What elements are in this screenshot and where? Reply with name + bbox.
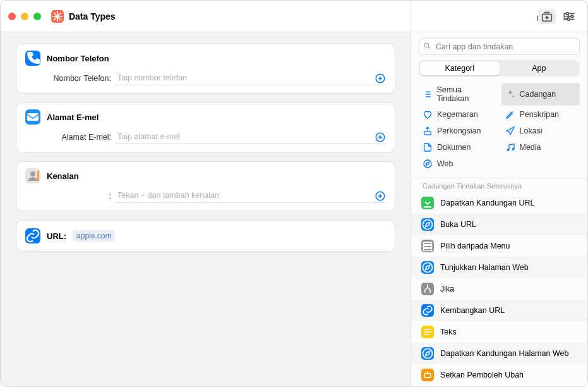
svg-point-11	[424, 43, 429, 47]
category-label: Kegemaran	[437, 110, 478, 119]
category-label: Web	[437, 159, 453, 168]
category-label: Media	[520, 143, 541, 152]
svg-point-15	[424, 160, 431, 168]
url-token[interactable]: apple.com	[73, 230, 115, 242]
heart-icon	[423, 109, 433, 120]
contacts-icon	[25, 168, 40, 183]
svg-point-4	[567, 18, 570, 21]
action-tunjukkan-halaman-web[interactable]: Tunjukkan Halaman Web	[411, 257, 587, 278]
safari-icon	[421, 347, 434, 360]
phone-input[interactable]	[115, 71, 386, 85]
contact-card-title: Kenalan	[47, 171, 79, 181]
action-dapatkan-kandungan-url[interactable]: Dapatkan Kandungan URL	[411, 192, 587, 214]
phone-field-label: Nombor Telefon:	[29, 74, 111, 83]
email-action-card[interactable]: Alamat E-mel Alamat E-mel:	[16, 102, 395, 152]
main-area: Nombor Telefon Nombor Telefon: Alamat E-…	[1, 32, 587, 387]
menu-icon	[421, 240, 434, 252]
action-label: Kembangkan URL	[440, 306, 505, 315]
action-buka-url[interactable]: Buka URL	[411, 214, 587, 235]
music-icon	[505, 142, 515, 152]
email-field-label: Alamat E-mel:	[29, 133, 111, 142]
download-icon	[421, 197, 434, 209]
phone-action-card[interactable]: Nombor Telefon Nombor Telefon:	[16, 44, 395, 94]
url-field-label: URL:	[47, 231, 66, 241]
doc-icon	[423, 142, 433, 152]
phone-icon	[25, 51, 40, 66]
svg-point-22	[423, 349, 433, 359]
arrow-icon	[505, 126, 515, 136]
svg-point-17	[423, 220, 433, 230]
library-button[interactable]	[538, 9, 556, 24]
contact-field-label: :	[29, 192, 111, 200]
settings-button[interactable]	[561, 9, 579, 24]
svg-rect-16	[424, 206, 431, 208]
category-dokumen[interactable]: Dokumen	[419, 140, 498, 155]
var-icon	[421, 369, 434, 381]
url-action-card[interactable]: URL: apple.com	[16, 220, 395, 252]
category-penskripan[interactable]: Penskripan	[501, 107, 580, 122]
zoom-window-button[interactable]	[33, 13, 41, 20]
contact-input[interactable]	[115, 188, 386, 203]
category-label: Dokumen	[437, 143, 471, 152]
pencil-icon	[505, 109, 515, 120]
action-setkan-pemboleh-ubah[interactable]: Setkan Pemboleh Ubah	[411, 364, 587, 386]
workflow-canvas: Nombor Telefon Nombor Telefon: Alamat E-…	[1, 32, 411, 387]
action-kembangkan-url[interactable]: Kembangkan URL	[411, 300, 587, 321]
category-web[interactable]: Web	[419, 156, 498, 171]
category-lokasi[interactable]: Lokasi	[501, 123, 580, 138]
action-label: Teks	[440, 328, 457, 336]
svg-rect-6	[27, 113, 39, 121]
email-input[interactable]	[115, 130, 386, 144]
svg-point-13	[507, 149, 509, 151]
email-card-title: Alamat E-mel	[47, 113, 99, 122]
add-contact-button[interactable]	[375, 190, 386, 202]
category-media[interactable]: Media	[501, 140, 580, 155]
category-perkongsian[interactable]: Perkongsian	[419, 123, 498, 138]
segment-app[interactable]: App	[500, 61, 579, 75]
svg-point-3	[571, 15, 573, 18]
svg-rect-19	[423, 245, 431, 247]
branch-icon	[421, 283, 434, 295]
svg-rect-18	[423, 242, 431, 244]
svg-point-14	[512, 148, 514, 150]
action-list: Dapatkan Kandungan URLBuka URLPilih dari…	[411, 192, 587, 386]
search-field-wrap	[419, 39, 580, 55]
category-kegemaran[interactable]: Kegemaran	[419, 107, 498, 122]
text-icon	[421, 326, 434, 338]
window-title: Data Types	[69, 11, 116, 22]
segment-category[interactable]: Kategori	[420, 61, 500, 75]
contact-action-card[interactable]: Kenalan :	[16, 161, 395, 211]
action-pilih-daripada-menu[interactable]: Pilih daripada Menu	[411, 235, 587, 257]
add-phone-button[interactable]	[375, 73, 386, 84]
list-icon	[423, 89, 432, 99]
search-input[interactable]	[419, 39, 580, 55]
sidebar-toolbar	[411, 1, 587, 32]
add-email-button[interactable]	[375, 132, 386, 143]
svg-rect-23	[424, 374, 431, 378]
minimize-window-button[interactable]	[21, 13, 28, 20]
shortcut-app-icon	[51, 10, 64, 23]
category-label: Semua Tindakan	[436, 85, 493, 103]
action-jika[interactable]: Jika	[411, 278, 587, 300]
action-label: Tunjukkan Halaman Web	[440, 263, 529, 272]
category-label: Perkongsian	[437, 126, 481, 135]
close-window-button[interactable]	[8, 13, 16, 20]
link-icon	[25, 228, 40, 243]
action-teks[interactable]: Teks	[411, 321, 587, 343]
action-label: Dapatkan Kandungan Halaman Web	[440, 349, 568, 358]
link-icon	[421, 304, 434, 317]
library-sidebar: Kategori App Semua TindakanCadanganKegem…	[411, 32, 587, 387]
action-dapatkan-kandungan-halaman-web[interactable]: Dapatkan Kandungan Halaman Web	[411, 343, 587, 364]
category-app-segment: Kategori App	[419, 60, 580, 77]
svg-rect-12	[424, 132, 431, 135]
suggestions-header: Cadangan Tindakan Seterusnya	[411, 178, 587, 192]
phone-card-title: Nombor Telefon	[47, 54, 109, 63]
action-label: Buka URL	[440, 220, 476, 229]
action-label: Dapatkan Kandungan URL	[440, 199, 534, 207]
safari-icon	[421, 218, 434, 231]
action-label: Jika	[440, 285, 454, 293]
sparkle-icon	[505, 89, 515, 99]
category-cadangan[interactable]: Cadangan	[501, 83, 580, 106]
category-semua-tindakan[interactable]: Semua Tindakan	[419, 83, 498, 106]
safari-icon	[421, 261, 434, 274]
